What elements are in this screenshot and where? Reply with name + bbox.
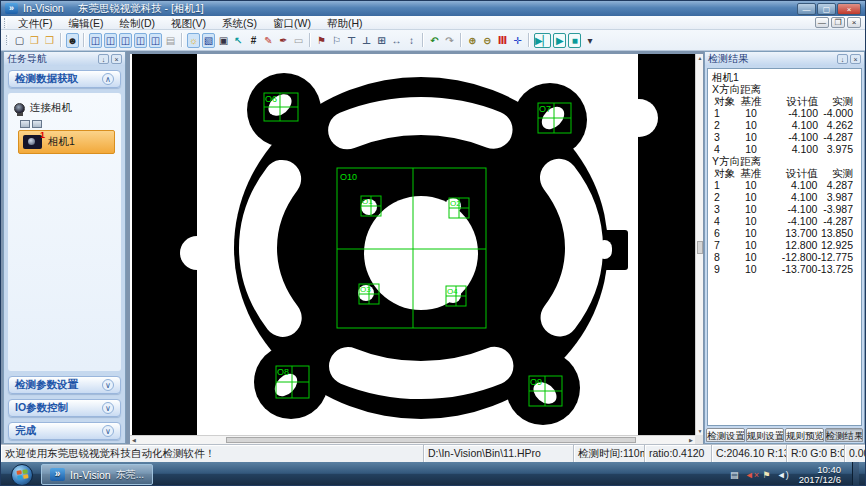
svg-text:O6: O6 (265, 94, 277, 104)
mdi-minimize-button[interactable]: — (815, 17, 829, 28)
scroll-down-icon[interactable]: ▼ (696, 427, 704, 435)
zoom-out-icon[interactable]: ⊖ (481, 33, 494, 48)
chevron-down-icon[interactable]: ∨ (102, 402, 114, 414)
taskbar-clock[interactable]: 10:40 2017/12/6 (793, 465, 847, 485)
camera-view-5-icon[interactable]: ◫ (149, 33, 162, 48)
tab-rule-preview[interactable]: 规则预览 (785, 428, 824, 442)
calibration-card-icon[interactable]: ▤ (164, 33, 177, 48)
save-project-icon[interactable]: ❐ (43, 33, 56, 48)
status-file-path: D:\In-Vision\Bin\11.HPro (424, 445, 574, 462)
fit-width-icon[interactable]: ↔ (390, 33, 403, 48)
result-row: 2104.1003.987 (712, 191, 859, 203)
result-row: 2104.1004.262 (712, 119, 859, 131)
align-bottom-icon[interactable]: ⊥ (360, 33, 373, 48)
mdi-close-button[interactable]: × (847, 17, 861, 28)
tab-detection-results[interactable]: 检测结果 (825, 428, 864, 442)
draw-mark-icon[interactable]: ✎ (262, 33, 275, 48)
scroll-up-icon[interactable]: ▲ (696, 54, 704, 62)
open-folder-icon[interactable]: ❒ (28, 33, 41, 48)
columns-icon[interactable]: Ⅲ (496, 33, 509, 48)
camera-link-icons (10, 117, 119, 128)
menu-help[interactable]: 帮助(H) (319, 16, 371, 30)
fit-height-icon[interactable]: ↕ (405, 33, 418, 48)
show-desktop-button[interactable] (852, 462, 859, 486)
close-button[interactable]: × (837, 3, 861, 15)
user-icon[interactable]: ☻ (66, 33, 79, 48)
result-row: 61013.70013.850 (712, 227, 859, 239)
run-once-button[interactable]: ▶▏ (534, 33, 551, 48)
clock-time: 10:40 (799, 465, 841, 475)
svg-text:O7: O7 (539, 104, 551, 114)
pin-icon[interactable]: ↓ (98, 54, 109, 64)
close-icon[interactable]: × (111, 54, 122, 64)
tree-item-camera1-selected[interactable]: 1 相机1 (18, 130, 115, 154)
chevron-down-icon[interactable]: ∨ (102, 379, 114, 391)
pan-icon[interactable]: ✛ (511, 33, 524, 48)
lightbulb-icon[interactable]: ☼ (187, 33, 200, 48)
grid-icon[interactable]: # (247, 33, 260, 48)
camera-view-3-icon[interactable]: ◫ (119, 33, 132, 48)
camera-image: O10 O1 O2 O3 (130, 54, 695, 435)
menu-file[interactable]: 文件(F) (10, 16, 60, 30)
frame-icon[interactable]: ▭ (292, 33, 305, 48)
flag-right-icon[interactable]: ⚐ (330, 33, 343, 48)
scrollbar-corner (695, 435, 703, 444)
toolbar-overflow-icon[interactable]: ▾ (583, 33, 596, 48)
taskbar-app-button[interactable]: » In-Vision 东莞... (41, 464, 153, 485)
pin-icon[interactable]: ↓ (837, 54, 848, 64)
redo-icon[interactable]: ↷ (443, 33, 456, 48)
status-cursor-coords: C:2046.10 R:1327.66 (712, 445, 787, 462)
tray-action-center-icon[interactable]: ⚑ (761, 470, 772, 480)
display-icon[interactable]: ▣ (217, 33, 230, 48)
run-button[interactable]: ▶ (553, 33, 566, 48)
tray-volume-icon[interactable]: ◄) (777, 470, 788, 480)
tree-item-connect-camera[interactable]: 连接相机 (10, 99, 119, 117)
camera-view-2-icon[interactable]: ◫ (104, 33, 117, 48)
align-top-icon[interactable]: ⊤ (345, 33, 358, 48)
camera-image-viewer: O10 O1 O2 O3 (130, 54, 703, 444)
horizontal-scroll-thumb[interactable] (226, 437, 636, 443)
vertical-scrollbar[interactable]: ▲ ▼ (695, 54, 703, 435)
stop-button[interactable]: ■ (568, 33, 581, 48)
section-label: 检测参数设置 (15, 378, 78, 392)
menu-view[interactable]: 视图(V) (163, 16, 214, 30)
section-io-params[interactable]: IO参数控制 ∨ (8, 399, 121, 417)
camera-view-1-icon[interactable]: ◫ (89, 33, 102, 48)
maximize-button[interactable]: ▢ (817, 3, 836, 15)
svg-text:O8: O8 (277, 367, 289, 377)
cursor-icon[interactable]: ↖ (232, 33, 245, 48)
horizontal-scrollbar[interactable]: ◀ ▶ (130, 435, 695, 444)
y-direction-title: Y方向距离 (712, 155, 859, 167)
distribute-icon[interactable]: ⊞ (375, 33, 388, 48)
tray-desktop-icon[interactable]: ▤ (729, 470, 740, 480)
tab-rule-settings[interactable]: 规则设置 (746, 428, 785, 442)
webcam-icon (14, 103, 25, 114)
vertical-scroll-thumb[interactable] (697, 241, 703, 254)
zoom-in-icon[interactable]: ⊕ (466, 33, 479, 48)
menu-system[interactable]: 系统(S) (214, 16, 265, 30)
camera-view-4-icon[interactable]: ◫ (134, 33, 147, 48)
menu-draw[interactable]: 绘制(D) (111, 16, 163, 30)
mdi-restore-button[interactable]: ❐ (831, 17, 845, 28)
start-button[interactable] (11, 464, 33, 486)
undo-icon[interactable]: ↶ (428, 33, 441, 48)
flag-left-icon[interactable]: ⚑ (315, 33, 328, 48)
section-detection-params[interactable]: 检测参数设置 ∨ (8, 376, 121, 394)
chevron-down-icon[interactable]: ∨ (102, 425, 114, 437)
svg-text:O2: O2 (450, 199, 461, 208)
camera-tree: 连接相机 1 相机1 (8, 93, 121, 371)
tray-volume-muted-icon[interactable]: ◄× (745, 470, 756, 480)
draw-pen-icon[interactable]: ✒ (277, 33, 290, 48)
status-detect-time: 检测时间:110ms (574, 445, 645, 462)
menu-edit[interactable]: 编辑(E) (60, 16, 111, 30)
section-detection-data[interactable]: 检测数据获取 ∧ (8, 70, 121, 88)
close-icon[interactable]: × (850, 54, 861, 64)
new-file-icon[interactable]: ▢ (13, 33, 26, 48)
camera-icon: 1 (23, 135, 42, 149)
chevron-up-icon[interactable]: ∧ (102, 73, 114, 85)
menu-window[interactable]: 窗口(W) (265, 16, 319, 30)
tab-detection-settings[interactable]: 检测设置 (706, 428, 745, 442)
section-finish[interactable]: 完成 ∨ (8, 422, 121, 440)
minimize-button[interactable]: — (797, 3, 816, 15)
image-icon[interactable]: ▧ (202, 33, 215, 48)
